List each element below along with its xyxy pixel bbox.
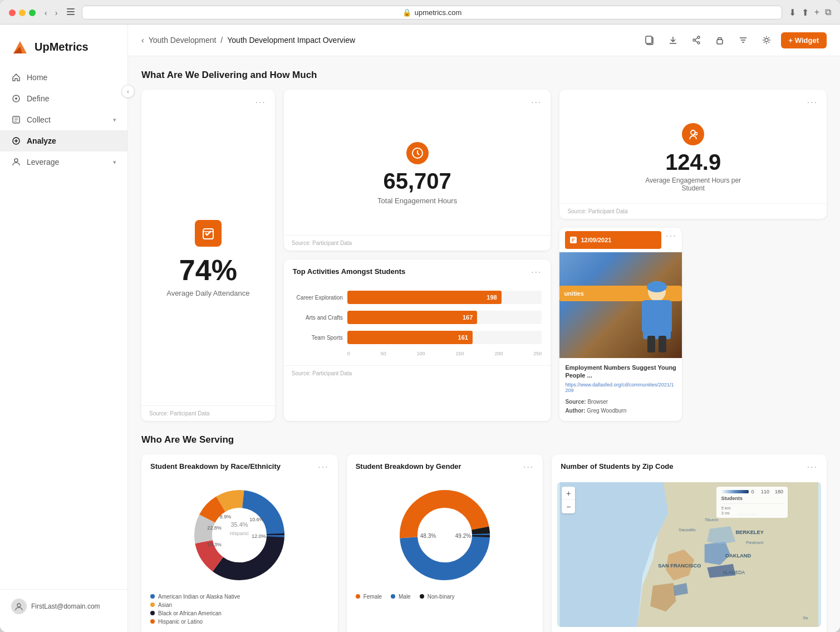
svg-text:Sausalito: Sausalito (679, 527, 696, 532)
sidebar-item-analyze-label: Analyze (27, 136, 56, 145)
lock-button[interactable] (711, 31, 729, 49)
media-date: 12/09/2021 (581, 237, 611, 243)
sidebar-toggle-button[interactable] (66, 7, 75, 18)
hours-footer: Source: Participant Data (284, 235, 551, 251)
section1-title: What Are We Delivering and How Much (141, 70, 827, 81)
svg-rect-25 (642, 301, 653, 332)
race-donut-title: Student Breakdown by Race/Ethnicity (150, 462, 281, 471)
user-email: FirstLast@domain.com (31, 602, 100, 610)
map-card-menu[interactable]: ··· (807, 462, 818, 472)
svg-text:12.0%: 12.0% (252, 533, 267, 539)
gender-donut-menu[interactable]: ··· (523, 462, 534, 472)
sidebar-footer: FirstLast@domain.com (0, 589, 127, 623)
sidebar-item-collect[interactable]: Collect ▾ (0, 109, 127, 130)
gender-donut-card: Student Breakdown by Gender ··· 48.3% 49… (347, 454, 543, 632)
media-url[interactable]: https://www.dallasfed.org/cd/communities… (565, 382, 676, 393)
media-meta: Source: Browser Author: Greg Woodburn (565, 398, 676, 415)
settings-button[interactable] (758, 31, 775, 49)
gender-legend-label-1: Male (399, 594, 411, 600)
share-button[interactable] (687, 31, 705, 49)
zoom-out-button[interactable]: − (562, 500, 575, 513)
minimize-traffic-light[interactable] (19, 9, 26, 16)
sidebar-item-analyze[interactable]: Analyze (0, 130, 127, 151)
zoom-in-button[interactable]: + (562, 487, 575, 500)
breadcrumb: ‹ Youth Development / Youth Development … (141, 36, 355, 45)
breadcrumb-path1: Youth Development (149, 36, 217, 45)
add-widget-button[interactable]: + Widget (781, 32, 827, 48)
map-card-header: Number of Students by Zip Code ··· (552, 454, 827, 477)
svg-text:48.3%: 48.3% (420, 533, 436, 539)
bar-row-0: Career Exploration 198 (293, 291, 542, 304)
sidebar-item-leverage[interactable]: Leverage ▾ (0, 151, 127, 173)
svg-text:8.9%: 8.9% (220, 514, 232, 520)
browser-nav: ‹ › (42, 7, 60, 18)
legend-dot-0 (150, 594, 155, 599)
download-icon[interactable]: ⬇ (789, 7, 796, 18)
hours-card-header: ··· (284, 90, 551, 112)
top-bar: ‹ Youth Development / Youth Development … (128, 25, 840, 56)
race-donut-menu[interactable]: ··· (318, 462, 328, 472)
engagement-label: Average Engagement Hours per Student (645, 177, 741, 192)
engagement-card-header: ··· (559, 90, 827, 112)
section2-cards-row: Student Breakdown by Race/Ethnicity ··· (141, 454, 827, 632)
two-stack: ··· 65,707 Total Engagement Hours Source… (284, 90, 551, 421)
attendance-card-menu[interactable]: ··· (255, 97, 266, 107)
sidebar-collapse-button[interactable]: ‹ (121, 85, 135, 98)
legend-row-0: American Indian or Alaska Native (150, 594, 329, 600)
svg-point-17 (765, 38, 768, 42)
sidebar-item-home[interactable]: Home (0, 67, 127, 88)
widget-btn-label: + Widget (789, 36, 819, 45)
fullscreen-traffic-light[interactable] (29, 9, 36, 16)
bar-fill-2: 161 (347, 331, 473, 344)
filter-button[interactable] (734, 31, 752, 49)
svg-text:10.3%: 10.3% (208, 542, 222, 547)
race-donut-header: Student Breakdown by Race/Ethnicity ··· (141, 454, 338, 477)
section2-title: Who Are We Serving (141, 434, 827, 445)
hours-card-menu[interactable]: ··· (531, 97, 542, 107)
map-body: BERKELEY OAKLAND SAN FRANCISCO ALAMEDA T… (552, 477, 827, 632)
bar-label-2: Team Sports (293, 335, 343, 341)
share-icon[interactable]: ⬆ (802, 7, 809, 18)
legend-row-1: Asian (150, 602, 329, 608)
bar-axis: 050100150200250 (293, 351, 542, 356)
hours-value: 65,707 (383, 170, 451, 192)
legend-label-3: Hispanic or Latino (158, 619, 203, 625)
sidebar-item-define-label: Define (27, 94, 49, 103)
close-traffic-light[interactable] (9, 9, 16, 16)
svg-point-6 (15, 97, 17, 100)
sidebar-item-define[interactable]: Define (0, 88, 127, 109)
add-tab-icon[interactable]: + (814, 7, 819, 18)
collect-chevron-icon: ▾ (113, 116, 116, 124)
download-button[interactable] (664, 31, 682, 49)
svg-point-10 (17, 604, 21, 607)
back-button[interactable]: ‹ (42, 7, 50, 18)
race-donut-legend: American Indian or Alaska Native Asian B… (141, 594, 338, 632)
forward-button[interactable]: › (53, 7, 60, 18)
bar-chart-menu[interactable]: ··· (531, 267, 542, 277)
svg-point-13 (697, 36, 700, 38)
attendance-value: 74% (179, 256, 237, 285)
section1-cards-row: ··· 74% Average Daily Attendance Source:… (141, 90, 827, 421)
legend-dot-3 (150, 619, 155, 624)
attendance-body: 74% Average Daily Attendance (141, 112, 275, 405)
bar-chart-card: Top Activities Amongst Students ··· Care… (284, 259, 551, 420)
svg-rect-12 (646, 36, 652, 43)
svg-rect-26 (661, 301, 672, 332)
svg-rect-0 (67, 8, 75, 9)
breadcrumb-back-button[interactable]: ‹ (141, 36, 144, 45)
legend-dot-1 (150, 602, 155, 607)
bar-label-0: Career Exploration (293, 295, 343, 301)
copy-button[interactable] (641, 31, 659, 49)
svg-text:49.2%: 49.2% (455, 533, 471, 539)
media-header-bar: 12/09/2021 (565, 231, 661, 249)
tabs-icon[interactable]: ⧉ (825, 7, 831, 18)
media-icon (569, 236, 577, 244)
address-bar[interactable]: 🔒 upmetrics.com (82, 6, 782, 19)
map-legend: 0 110 180 Students 5 km3 mi (716, 487, 788, 518)
gender-legend-label-2: Non-binary (428, 594, 455, 600)
page-content: What Are We Delivering and How Much ··· (128, 56, 840, 632)
engagement-card-menu[interactable]: ··· (807, 97, 818, 107)
traffic-lights (9, 9, 36, 16)
media-card-menu[interactable]: ··· (666, 231, 676, 241)
map-zoom-controls: + − (562, 487, 575, 513)
